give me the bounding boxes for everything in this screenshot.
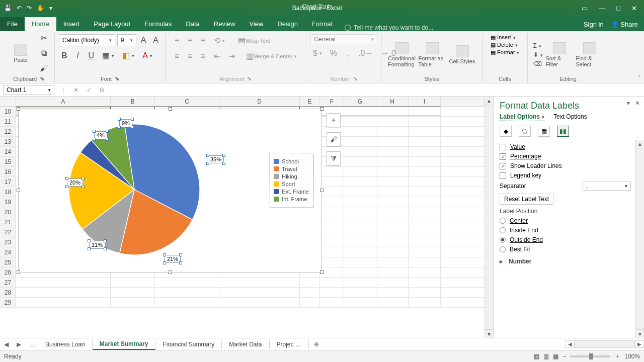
clear-button[interactable]: ⌫	[533, 60, 543, 67]
percent-button[interactable]: %	[328, 47, 340, 59]
number-format-combo[interactable]: General	[310, 34, 377, 44]
vertical-scrollbar[interactable]: ▲ ▼	[485, 97, 493, 338]
tab-nav-right[interactable]: ▶	[13, 341, 25, 348]
zoom-level[interactable]: 100%	[624, 353, 640, 360]
tab-format[interactable]: Format	[305, 17, 340, 31]
cell[interactable]	[409, 117, 441, 126]
tell-me-search[interactable]: Tell me what you want to do...	[340, 24, 584, 31]
cell[interactable]	[376, 107, 409, 116]
legend-key-checkbox[interactable]	[500, 172, 506, 179]
tab-home[interactable]: Home	[25, 17, 56, 31]
cell[interactable]	[376, 247, 409, 257]
inside-end-radio[interactable]	[500, 227, 506, 233]
tab-page-layout[interactable]: Page Layout	[87, 17, 137, 31]
cell[interactable]	[376, 237, 409, 247]
row-header[interactable]: 16	[0, 167, 16, 176]
cell[interactable]	[344, 288, 376, 297]
cell[interactable]	[409, 237, 441, 247]
row-header[interactable]: 22	[0, 227, 16, 237]
cell[interactable]	[16, 278, 111, 287]
cell[interactable]	[320, 227, 344, 237]
cell[interactable]	[344, 187, 376, 197]
decrease-indent-button[interactable]: ⇤	[211, 50, 223, 62]
cell[interactable]	[320, 237, 344, 247]
align-bottom-button[interactable]: ≡	[198, 34, 208, 47]
legend-item[interactable]: Ext. Frame	[274, 189, 309, 195]
ribbon-display-icon[interactable]: ▭	[582, 5, 588, 12]
comma-button[interactable]: ,	[343, 47, 353, 59]
cell[interactable]	[376, 207, 409, 217]
font-name-combo[interactable]: Calibri (Body)	[59, 34, 115, 46]
row-header[interactable]: 10	[0, 107, 16, 116]
normal-view-icon[interactable]: ▦	[534, 353, 539, 360]
cell[interactable]	[320, 288, 344, 297]
cell[interactable]	[16, 288, 111, 297]
add-sheet-button[interactable]: ⊕	[309, 341, 324, 348]
tab-file[interactable]: File	[0, 17, 25, 31]
cell[interactable]	[409, 278, 441, 287]
cell[interactable]	[376, 288, 409, 297]
cell[interactable]	[320, 197, 344, 207]
row-header[interactable]: 17	[0, 177, 16, 187]
cell[interactable]	[376, 167, 409, 176]
touchmode-icon[interactable]: ✋	[37, 5, 44, 12]
size-props-icon[interactable]: ▦	[538, 126, 550, 137]
legend-item[interactable]: School	[274, 158, 309, 164]
share-button[interactable]: 👤 Share	[611, 21, 638, 28]
col-header-E[interactable]: E	[300, 97, 320, 106]
percentage-checkbox[interactable]: ✓	[500, 153, 506, 160]
page-layout-view-icon[interactable]: ▥	[543, 353, 549, 360]
close-icon[interactable]: ✕	[631, 5, 637, 12]
cell[interactable]	[344, 127, 376, 136]
center-radio[interactable]	[500, 218, 506, 224]
cell[interactable]	[219, 278, 300, 287]
cell[interactable]	[219, 288, 300, 297]
cell[interactable]	[344, 278, 376, 287]
cell[interactable]	[320, 177, 344, 187]
sheet-tab-market-data[interactable]: Market Data	[222, 339, 269, 349]
cell[interactable]	[376, 157, 409, 166]
undo-icon[interactable]: ↶	[17, 5, 22, 12]
cell[interactable]	[219, 298, 300, 307]
cell[interactable]	[409, 288, 441, 297]
row-header[interactable]: 29	[0, 298, 16, 307]
row-header[interactable]: 13	[0, 137, 16, 146]
borders-button[interactable]: ▦	[100, 49, 117, 62]
pane-scroll-down-icon[interactable]: ▼	[636, 329, 644, 338]
row-header[interactable]: 20	[0, 207, 16, 217]
label-options-icon[interactable]: ▮▮	[557, 126, 569, 137]
pane-close-icon[interactable]: ✕	[635, 100, 640, 107]
decrease-font-button[interactable]: A	[150, 34, 161, 46]
col-header-C[interactable]: C	[155, 97, 219, 106]
cell[interactable]	[320, 247, 344, 257]
cell[interactable]	[344, 167, 376, 176]
font-size-combo[interactable]: 9	[117, 34, 136, 46]
expand-number-icon[interactable]: ▸	[500, 258, 503, 265]
fill-color-button[interactable]: ◧	[120, 49, 137, 62]
cell[interactable]	[376, 147, 409, 156]
minimize-icon[interactable]: —	[599, 5, 605, 12]
sheet-tab-project[interactable]: Projec …	[270, 339, 309, 349]
cell[interactable]	[344, 227, 376, 237]
sign-in-link[interactable]: Sign in	[584, 21, 604, 28]
find-select-button[interactable]: Find & Select	[576, 42, 603, 67]
name-box[interactable]: Chart 1▾	[3, 85, 54, 95]
insert-cells-button[interactable]: ▦ Insert	[491, 34, 516, 41]
cell[interactable]	[344, 217, 376, 227]
cell[interactable]	[344, 247, 376, 257]
zoom-out-button[interactable]: −	[562, 353, 566, 360]
merge-center-button[interactable]: ▥ Merge & Center	[244, 50, 300, 62]
align-top-button[interactable]: ≡	[172, 34, 182, 47]
cell[interactable]	[409, 157, 441, 166]
cell[interactable]	[376, 127, 409, 136]
formula-input[interactable]	[108, 84, 644, 96]
paste-button[interactable]: Paste	[7, 44, 34, 63]
row-header[interactable]: 18	[0, 187, 16, 197]
row-header[interactable]: 26	[0, 267, 16, 277]
cell[interactable]	[16, 298, 111, 307]
cell[interactable]	[376, 197, 409, 207]
cut-button[interactable]: ✂	[37, 32, 50, 44]
cell[interactable]	[300, 278, 320, 287]
legend-item[interactable]: Hiking	[274, 173, 309, 179]
save-icon[interactable]: 💾	[4, 5, 12, 12]
